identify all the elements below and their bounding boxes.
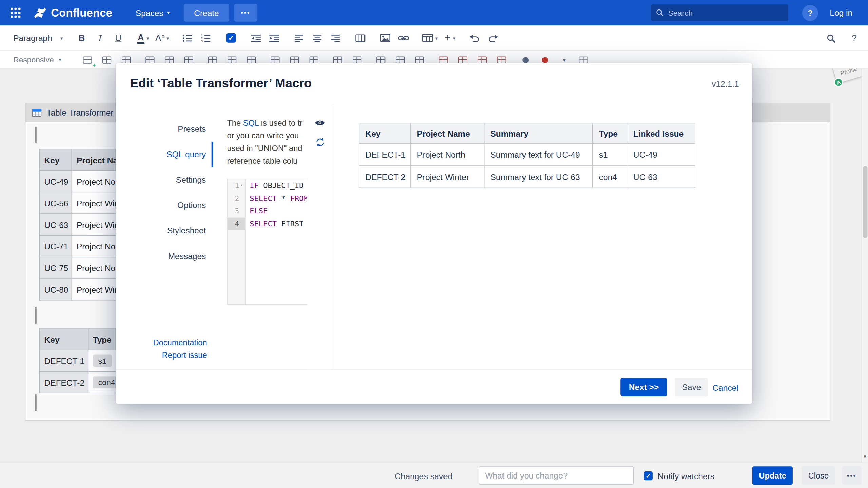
column-header: Linked Issue: [627, 123, 695, 143]
text-color-button[interactable]: A▾: [137, 30, 149, 46]
sql-code-editor[interactable]: 1▾234 IF OBJECT_IDSELECT * FROMELSESELEC…: [227, 179, 308, 305]
refresh-preview-icon[interactable]: [312, 135, 328, 149]
indent-button[interactable]: [268, 30, 280, 46]
more-formatting-button[interactable]: Ax▾: [155, 30, 169, 46]
column-formatting-glyph: [478, 56, 487, 63]
description-line: or you can write you: [227, 129, 309, 142]
bold-button[interactable]: B: [76, 30, 88, 46]
close-button[interactable]: Close: [802, 466, 835, 485]
more-formatting-icon: A: [155, 33, 161, 43]
search-input[interactable]: Search: [651, 4, 788, 21]
cancel-link[interactable]: Cancel: [712, 370, 738, 404]
redo-button[interactable]: [487, 30, 499, 46]
align-center-button[interactable]: [311, 30, 323, 46]
bullet-list-icon: [183, 34, 193, 42]
table-cell: UC-56: [40, 192, 72, 214]
remove-table-glyph: [122, 56, 131, 63]
notify-watchers-label: Notify watchers: [658, 471, 714, 481]
chevron-down-icon: ▾: [60, 35, 63, 41]
notify-watchers-checkbox[interactable]: ✓: [644, 471, 653, 480]
confluence-editor-page: Confluence Spaces ▾ Create ••• Search ? …: [0, 0, 868, 488]
undo-button[interactable]: [469, 30, 481, 46]
table-properties-icon[interactable]: [100, 54, 114, 66]
macro-nav-sql-query[interactable]: SQL query: [116, 142, 213, 167]
sql-help-link[interactable]: SQL: [243, 118, 259, 127]
table-cell: UC-75: [40, 257, 72, 279]
page-scrollbar[interactable]: ▾: [861, 68, 868, 462]
scrollbar-thumb[interactable]: [863, 166, 867, 238]
insert-table-icon: [422, 34, 433, 42]
cell-formatting-glyph: [439, 56, 448, 63]
spaces-menu[interactable]: Spaces ▾: [136, 8, 170, 18]
nav-more-button[interactable]: •••: [234, 4, 257, 21]
table-cell: Project Winter: [411, 166, 484, 188]
insert-image-button[interactable]: [379, 30, 392, 46]
line-number: 3: [228, 205, 245, 218]
task-list-icon: ✓: [226, 33, 236, 43]
chevron-down-icon: ▾: [146, 35, 149, 41]
macro-nav-presets[interactable]: Presets: [116, 116, 213, 142]
editor-help-button[interactable]: ?: [848, 30, 860, 46]
align-right-button[interactable]: [330, 30, 342, 46]
gap-cursor: [35, 307, 37, 324]
documentation-link[interactable]: Documentation: [116, 337, 213, 349]
insert-elements-button[interactable]: +▾: [444, 30, 456, 46]
macro-nav-options[interactable]: Options: [116, 192, 213, 218]
toolbar-right-group: ?: [825, 25, 860, 51]
underline-button[interactable]: U: [112, 30, 124, 46]
editor-footer-bar: Changes saved ✓ Notify watchers Update C…: [0, 463, 868, 488]
change-comment-input[interactable]: [479, 466, 634, 485]
align-left-button[interactable]: [293, 30, 305, 46]
chevron-down-icon: ▾: [435, 35, 438, 41]
responsive-mode-dropdown[interactable]: Responsive ▾: [13, 51, 61, 68]
macro-nav-stylesheet[interactable]: Stylesheet: [116, 218, 213, 243]
insert-link-button[interactable]: [398, 30, 410, 46]
insert-table-glyph: [83, 56, 92, 63]
find-button[interactable]: [825, 30, 837, 46]
numbered-list-button[interactable]: 123: [200, 30, 212, 46]
panel-divider: [333, 104, 333, 370]
report-issue-link[interactable]: Report issue: [116, 349, 213, 362]
app-switcher-icon[interactable]: [11, 8, 20, 18]
result-preview-table: KeyProject NameSummaryTypeLinked IssueDE…: [359, 123, 695, 188]
line-number: 2: [228, 192, 245, 205]
scroll-down-icon[interactable]: ▾: [862, 454, 868, 459]
next-button[interactable]: Next >>: [620, 378, 667, 396]
insert-table-button[interactable]: ▾: [422, 30, 438, 46]
table-cell: UC-63: [40, 214, 72, 236]
paragraph-dropdown[interactable]: Paragraph ▾: [13, 33, 63, 43]
bold-icon: B: [79, 33, 85, 43]
layouts-button[interactable]: [354, 30, 367, 46]
macro-nav-settings[interactable]: Settings: [116, 167, 213, 192]
task-list-button[interactable]: ✓: [225, 30, 237, 46]
login-link[interactable]: Log in: [830, 8, 852, 17]
save-button[interactable]: Save: [675, 378, 708, 396]
top-navbar: Confluence Spaces ▾ Create ••• Search ? …: [0, 0, 868, 25]
numbered-list-icon: 123: [201, 34, 211, 42]
insert-table-icon[interactable]: +: [80, 54, 95, 66]
create-button[interactable]: Create: [184, 4, 229, 21]
help-button[interactable]: ?: [802, 5, 818, 21]
split-cells-glyph: [353, 56, 361, 63]
table-cell: UC-49: [40, 171, 72, 192]
update-button[interactable]: Update: [752, 466, 793, 485]
insert-table-accent: +: [93, 62, 96, 68]
paste-table-glyph: [184, 56, 193, 63]
outdent-button[interactable]: [250, 30, 262, 46]
bullet-list-button[interactable]: [182, 30, 194, 46]
macro-nav-messages[interactable]: Messages: [116, 243, 213, 269]
preview-eye-icon[interactable]: [312, 116, 328, 130]
svg-text:3: 3: [201, 39, 203, 42]
confluence-logo-icon: [33, 6, 47, 19]
preview-controls: [307, 104, 333, 370]
insert-row-glyph: [290, 56, 299, 63]
italic-button[interactable]: I: [94, 30, 106, 46]
redo-icon: [488, 34, 498, 42]
confluence-logo[interactable]: Confluence: [33, 6, 112, 19]
column-header: Project Name: [411, 123, 484, 143]
paste-row-below-glyph: [415, 56, 424, 63]
text-color-icon: A: [137, 32, 144, 44]
sql-description: The SQL is used to tr or you can write y…: [227, 117, 309, 167]
gap-cursor: [35, 127, 37, 143]
footer-more-button[interactable]: •••: [842, 466, 861, 485]
